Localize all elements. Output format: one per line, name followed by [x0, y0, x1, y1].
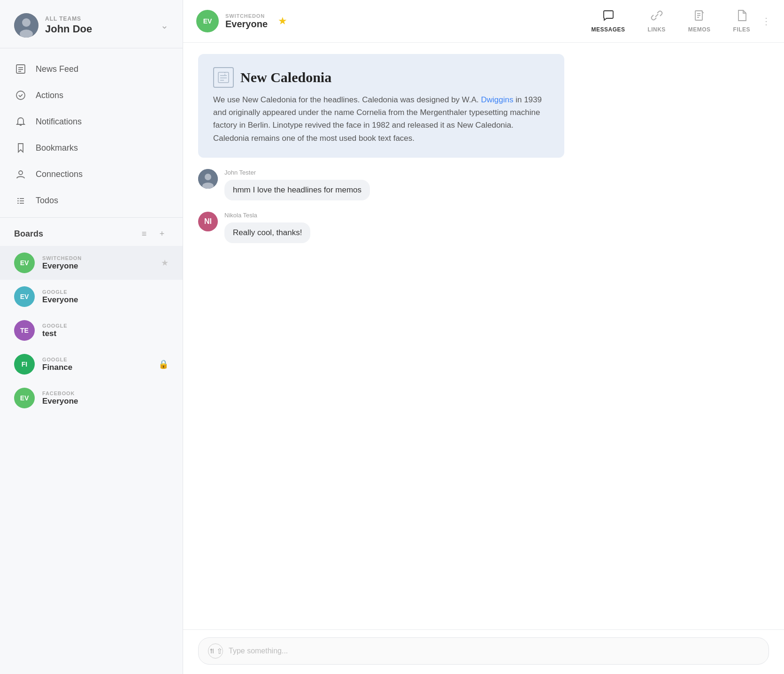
sidebar: ALL TEAMS John Doe ⌄ News Feed: [0, 0, 183, 674]
board-avatar: EV: [14, 286, 35, 307]
boards-header: Boards ≡ +: [0, 225, 183, 246]
board-team: GOOGLE: [42, 323, 169, 329]
tab-links[interactable]: LINKS: [644, 8, 669, 35]
board-item-facebook-everyone[interactable]: EV FACEBOOK Everyone: [0, 381, 183, 415]
board-name: Everyone: [42, 295, 169, 305]
board-team: SWITCHEDON: [42, 255, 154, 261]
sidebar-item-label: Todos: [36, 196, 58, 206]
all-teams-label: ALL TEAMS: [45, 15, 154, 22]
boards-actions: ≡ +: [138, 227, 169, 240]
chat-avatar-john: [198, 169, 218, 189]
channel-info: SWITCHEDON Everyone: [225, 13, 268, 30]
news-feed-icon: [14, 62, 27, 76]
board-avatar: EV: [14, 388, 35, 408]
chat-content-nikola: Nikola Tesla Really cool, thanks!: [224, 212, 310, 243]
boards-add-button[interactable]: +: [155, 227, 169, 240]
channel-avatar: EV: [196, 10, 219, 32]
tab-messages-label: MESSAGES: [592, 26, 625, 33]
memo-card-header: New Caledonia: [213, 67, 549, 88]
board-item-google-everyone[interactable]: EV GOOGLE Everyone: [0, 280, 183, 314]
board-star-icon[interactable]: ★: [161, 258, 169, 268]
chat-message-john: John Tester hmm I love the headlines for…: [198, 169, 769, 200]
board-avatar: TE: [14, 320, 35, 341]
board-info: GOOGLE Everyone: [42, 289, 169, 305]
messages-area: New Caledonia We use New Caledonia for t…: [183, 43, 784, 629]
boards-menu-button[interactable]: ≡: [138, 227, 151, 240]
sidebar-item-actions[interactable]: Actions: [0, 82, 183, 108]
tab-memos-label: MEMOS: [688, 26, 711, 33]
board-team: FACEBOOK: [42, 391, 169, 396]
board-lock-icon: 🔒: [158, 359, 169, 369]
input-area: ⇧ Type something...: [183, 629, 784, 674]
svg-point-26: [205, 174, 211, 180]
board-name: Everyone: [42, 261, 154, 271]
memo-type-icon: [213, 67, 234, 88]
channel-team-label: SWITCHEDON: [225, 13, 268, 19]
chat-avatar-nikola: NI: [198, 212, 218, 231]
board-item-google-finance[interactable]: FI GOOGLE Finance 🔒: [0, 347, 183, 381]
board-avatar: EV: [14, 253, 35, 273]
sidebar-item-label: Connections: [36, 169, 83, 179]
topbar-left: EV SWITCHEDON Everyone ★: [196, 10, 588, 32]
board-item-google-test[interactable]: TE GOOGLE test: [0, 314, 183, 347]
topbar: EV SWITCHEDON Everyone ★ MESSAGES: [183, 0, 784, 43]
tab-files-label: FILES: [733, 26, 750, 33]
actions-icon: [14, 89, 27, 102]
sidebar-item-todos[interactable]: Todos: [0, 187, 183, 214]
memo-card: New Caledonia We use New Caledonia for t…: [198, 54, 564, 158]
boards-title: Boards: [14, 229, 43, 239]
sidebar-item-label: Notifications: [36, 117, 82, 127]
memos-icon: [693, 9, 706, 24]
bookmarks-icon: [14, 141, 27, 154]
chat-bubble-john: hmm I love the headlines for memos: [224, 180, 370, 200]
message-input-box[interactable]: ⇧ Type something...: [198, 637, 769, 665]
sidebar-item-label: Bookmarks: [36, 143, 78, 153]
svg-point-7: [16, 91, 25, 100]
channel-star-icon[interactable]: ★: [278, 15, 287, 27]
chat-sender-nikola: Nikola Tesla: [224, 212, 310, 219]
sidebar-item-bookmarks[interactable]: Bookmarks: [0, 135, 183, 161]
files-icon: [736, 9, 748, 24]
sidebar-header: ALL TEAMS John Doe ⌄: [0, 0, 183, 48]
tab-memos[interactable]: MEMOS: [684, 8, 715, 35]
sidebar-item-connections[interactable]: Connections: [0, 161, 183, 187]
team-dropdown-chevron[interactable]: ⌄: [161, 20, 169, 31]
board-team: GOOGLE: [42, 357, 151, 362]
message-input-placeholder[interactable]: Type something...: [229, 647, 759, 655]
board-name: Finance: [42, 363, 151, 372]
todos-icon: [14, 194, 27, 207]
tab-links-label: LINKS: [647, 26, 665, 33]
sidebar-item-notifications[interactable]: Notifications: [0, 108, 183, 135]
board-info: GOOGLE test: [42, 323, 169, 338]
chat-content-john: John Tester hmm I love the headlines for…: [224, 169, 370, 200]
topbar-options-button[interactable]: ⋮: [761, 15, 771, 27]
memo-body: We use New Caledonia for the headlines. …: [213, 93, 549, 145]
board-item-switchedon-everyone[interactable]: EV SWITCHEDON Everyone ★: [0, 246, 183, 280]
boards-section: Boards ≡ + EV SWITCHEDON Everyone ★ EV G…: [0, 218, 183, 674]
channel-name: Everyone: [225, 19, 268, 30]
user-avatar: [14, 13, 38, 38]
sidebar-item-label: Actions: [36, 91, 63, 100]
board-info: FACEBOOK Everyone: [42, 391, 169, 406]
topbar-nav: MESSAGES LINKS: [588, 8, 754, 35]
notifications-icon: [14, 115, 27, 128]
tab-messages[interactable]: MESSAGES: [588, 8, 629, 35]
send-button[interactable]: ⇧: [208, 643, 223, 659]
links-icon: [651, 9, 663, 24]
sidebar-nav: News Feed Actions Notifications: [0, 48, 183, 218]
board-name: Everyone: [42, 397, 169, 406]
board-info: GOOGLE Finance: [42, 357, 151, 372]
messages-icon: [602, 9, 615, 24]
board-avatar: FI: [14, 354, 35, 375]
board-team: GOOGLE: [42, 289, 169, 295]
svg-point-1: [22, 18, 31, 27]
memo-link-dwiggins[interactable]: Dwiggins: [481, 95, 513, 104]
user-info: ALL TEAMS John Doe: [45, 15, 154, 35]
connections-icon: [14, 168, 27, 181]
sidebar-item-news-feed[interactable]: News Feed: [0, 56, 183, 82]
chat-message-nikola: NI Nikola Tesla Really cool, thanks!: [198, 212, 769, 243]
main-content: EV SWITCHEDON Everyone ★ MESSAGES: [183, 0, 784, 674]
sidebar-item-label: News Feed: [36, 64, 78, 74]
tab-files[interactable]: FILES: [730, 8, 754, 35]
svg-point-9: [19, 171, 23, 175]
